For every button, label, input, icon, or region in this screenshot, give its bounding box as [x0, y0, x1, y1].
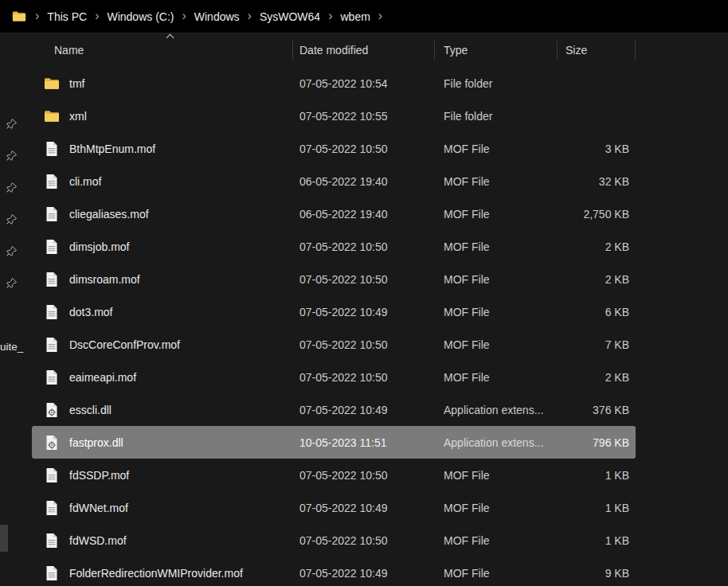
file-date-modified: 06-05-2022 19:40 [293, 197, 435, 230]
file-explorer-window: ›This PC›Windows (C:)›Windows›SysWOW64›w… [0, 0, 728, 586]
file-row[interactable]: tmf 07-05-2022 10:54 File folder [32, 67, 636, 100]
column-header-type-label: Type [444, 44, 468, 57]
file-name: tmf [69, 77, 84, 90]
file-date-modified: 07-05-2022 10:50 [293, 524, 435, 557]
file-size: 2,750 KB [558, 197, 636, 230]
file-type: MOF File [435, 491, 558, 524]
file-size: 1 KB [558, 491, 636, 524]
breadcrumb-item[interactable]: SysWOW64 [259, 9, 321, 25]
mof-file-icon [44, 239, 60, 255]
file-row[interactable]: fastprox.dll 10-05-2023 11:51 Applicatio… [32, 426, 636, 459]
file-size: 7 KB [558, 328, 636, 361]
pin-icon[interactable] [6, 246, 17, 256]
file-date-modified: 07-05-2022 10:50 [293, 361, 435, 393]
file-row[interactable]: fdWSD.mof 07-05-2022 10:50 MOF File 1 KB [32, 524, 636, 557]
file-name: dot3.mof [69, 306, 112, 318]
chevron-right-icon[interactable]: › [248, 10, 252, 22]
mof-file-icon [44, 272, 60, 287]
file-type: Application extens... [435, 426, 558, 459]
file-row[interactable]: FolderRedirectionWMIProvider.mof 07-05-2… [32, 557, 636, 586]
file-type: MOF File [435, 230, 558, 263]
folder-icon [12, 10, 26, 22]
file-size: 2 KB [558, 263, 636, 295]
file-row[interactable]: xml 07-05-2022 10:55 File folder [32, 100, 636, 132]
file-name: fdSSDP.mof [69, 469, 129, 482]
mof-file-icon [44, 533, 60, 549]
file-type: MOF File [435, 197, 558, 230]
sort-ascending-icon [166, 34, 174, 42]
pin-icon[interactable] [6, 278, 17, 288]
file-name: eaimeapi.mof [69, 371, 136, 384]
file-date-modified: 07-05-2022 10:50 [293, 459, 435, 491]
file-size: 6 KB [558, 295, 636, 328]
file-date-modified: 07-05-2022 10:54 [293, 67, 435, 100]
file-type: MOF File [435, 524, 558, 557]
file-row[interactable]: DscCoreConfProv.mof 07-05-2022 10:50 MOF… [32, 328, 636, 361]
file-row[interactable]: dot3.mof 07-05-2022 10:49 MOF File 6 KB [32, 295, 636, 328]
mof-file-icon [44, 369, 60, 385]
pin-icon[interactable] [6, 214, 17, 225]
file-size [558, 67, 636, 100]
breadcrumb-item[interactable]: wbem [339, 9, 370, 25]
breadcrumb-item[interactable]: This PC [46, 9, 88, 25]
file-size: 2 KB [558, 361, 636, 393]
file-size [558, 100, 636, 132]
mof-file-icon [44, 500, 60, 516]
file-date-modified: 07-05-2022 10:50 [293, 230, 435, 263]
chevron-right-icon[interactable]: › [35, 10, 39, 22]
chevron-right-icon[interactable]: › [95, 10, 99, 22]
file-row[interactable]: fdWNet.mof 07-05-2022 10:49 MOF File 1 K… [32, 491, 636, 524]
file-name: cliegaliases.mof [69, 208, 149, 221]
file-name: DscCoreConfProv.mof [69, 338, 180, 351]
file-row[interactable]: fdSSDP.mof 07-05-2022 10:50 MOF File 1 K… [32, 459, 636, 491]
mof-file-icon [44, 467, 60, 483]
pin-icon[interactable] [6, 150, 17, 161]
file-size: 9 KB [558, 557, 636, 586]
file-name: cli.mof [69, 175, 101, 188]
file-row[interactable]: eaimeapi.mof 07-05-2022 10:50 MOF File 2… [32, 361, 636, 393]
file-size: 796 KB [558, 426, 636, 459]
dll-file-icon [44, 402, 60, 418]
file-size: 376 KB [558, 393, 636, 426]
file-type: MOF File [435, 263, 558, 295]
column-header-name[interactable]: Name [32, 41, 293, 60]
file-name: xml [69, 110, 87, 123]
file-date-modified: 07-05-2022 10:50 [293, 263, 435, 295]
column-header-size[interactable]: Size [558, 41, 636, 60]
file-date-modified: 07-05-2022 10:55 [293, 100, 435, 132]
dll-file-icon [44, 435, 60, 451]
column-header-type[interactable]: Type [435, 41, 558, 60]
file-row[interactable]: BthMtpEnum.mof 07-05-2022 10:50 MOF File… [32, 132, 636, 165]
pin-icon[interactable] [6, 119, 17, 129]
file-row[interactable]: dimsjob.mof 07-05-2022 10:50 MOF File 2 … [32, 230, 636, 263]
chevron-right-icon[interactable]: › [378, 10, 382, 22]
file-name: BthMtpEnum.mof [69, 143, 155, 155]
file-date-modified: 07-05-2022 10:49 [293, 393, 435, 426]
column-header-size-label: Size [566, 44, 587, 57]
mof-file-icon [44, 304, 60, 320]
chevron-right-icon[interactable]: › [328, 10, 332, 22]
breadcrumb-item[interactable]: Windows [194, 9, 241, 25]
file-type: MOF File [435, 459, 558, 491]
nav-item-label-clipped[interactable]: uite_ [0, 341, 23, 353]
file-row[interactable]: cli.mof 06-05-2022 19:40 MOF File 32 KB [32, 165, 636, 197]
file-row[interactable]: cliegaliases.mof 06-05-2022 19:40 MOF Fi… [32, 197, 636, 230]
file-size: 1 KB [558, 459, 636, 491]
file-row[interactable]: dimsroam.mof 07-05-2022 10:50 MOF File 2… [32, 263, 636, 295]
file-size: 32 KB [558, 165, 636, 197]
column-header-date-modified[interactable]: Date modified [293, 41, 435, 60]
pin-icon[interactable] [6, 182, 17, 193]
file-type: MOF File [435, 328, 558, 361]
column-header-name-label: Name [54, 44, 84, 57]
file-row[interactable]: esscli.dll 07-05-2022 10:49 Application … [32, 393, 636, 426]
file-date-modified: 10-05-2023 11:51 [293, 426, 435, 459]
column-headers: Name Date modified Type Size [32, 33, 636, 67]
breadcrumb-item[interactable]: Windows (C:) [106, 9, 174, 25]
file-type: MOF File [435, 557, 558, 586]
file-name: fdWSD.mof [69, 534, 127, 547]
nav-selected-item-edge[interactable] [0, 525, 8, 552]
mof-file-icon [44, 141, 60, 157]
chevron-right-icon[interactable]: › [182, 10, 186, 22]
file-date-modified: 07-05-2022 10:49 [293, 557, 435, 586]
file-date-modified: 07-05-2022 10:50 [293, 132, 435, 165]
